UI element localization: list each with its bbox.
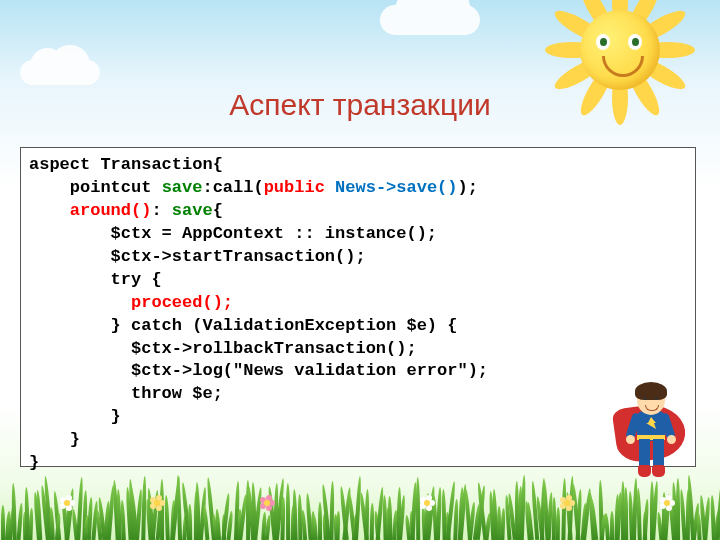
slide-title: Аспект транзакции — [0, 88, 720, 122]
cloud-icon — [20, 60, 100, 85]
slide: Аспект транзакции aspect Transaction{ po… — [0, 0, 720, 540]
cloud-icon — [380, 5, 480, 35]
code-block: aspect Transaction{ pointcut save:call(p… — [20, 147, 696, 467]
superhero-icon — [613, 385, 688, 480]
grass-decoration — [0, 470, 720, 540]
code-text: aspect Transaction{ — [29, 155, 223, 174]
